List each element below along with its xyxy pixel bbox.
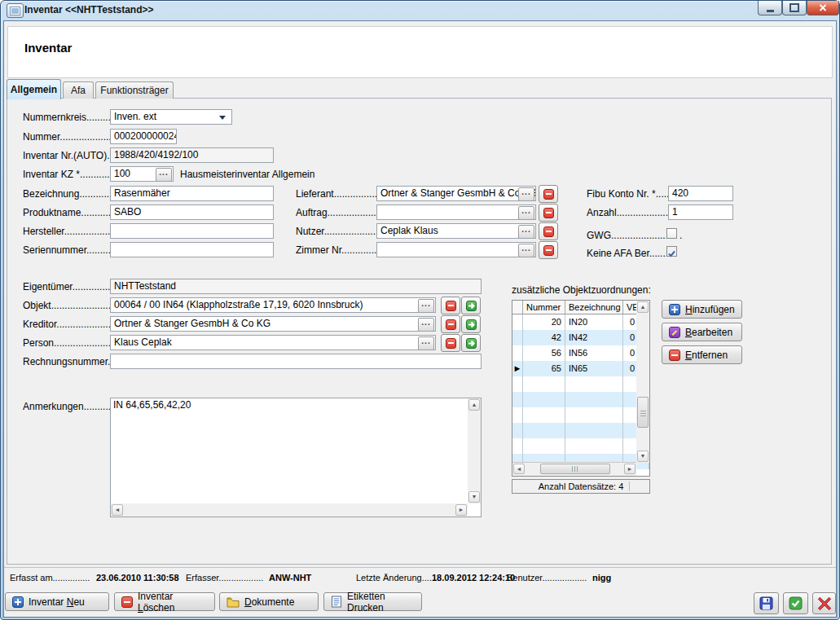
lieferant-field[interactable]: Ortner & Stanger GesmbH & Co KG E... [376, 186, 536, 201]
table-row[interactable]: 42IN420 [512, 330, 649, 345]
table-row[interactable]: 56IN560 [512, 345, 649, 361]
maximize-button[interactable] [782, 1, 807, 15]
minus-icon [446, 301, 456, 311]
scrollbar-thumb[interactable] [540, 464, 610, 474]
vertical-scrollbar[interactable]: ▲ ▼ [468, 398, 481, 503]
produktname-field[interactable]: SABO [110, 204, 274, 220]
inventar-kz-browse-button[interactable]: ... [156, 168, 172, 182]
seriennummer-field[interactable] [110, 242, 274, 257]
scroll-right-button[interactable]: ► [455, 504, 467, 516]
scroll-up-button[interactable]: ▲ [468, 399, 480, 411]
lieferant-remove-button[interactable] [539, 185, 558, 203]
anmerkungen-field[interactable]: IN 64,65,56,42,20 ▲ ▼ ◄ ► [110, 398, 482, 517]
close-button[interactable] [807, 1, 839, 15]
eigentuemer-field: NHTTeststand [110, 279, 482, 294]
column-header-marker [512, 301, 523, 314]
scroll-down-button[interactable]: ▼ [468, 491, 480, 503]
produktname-label: Produktname............ [23, 207, 113, 218]
person-remove-button[interactable] [441, 334, 460, 352]
anmerkungen-value: IN 64,65,56,42,20 [113, 399, 466, 411]
inventar-neu-button[interactable]: Inventar Neu [5, 592, 109, 611]
auftrag-browse-button[interactable]: ... [518, 206, 534, 220]
anzahl-field[interactable]: 1 [668, 204, 733, 220]
tab-allgemein[interactable]: Allgemein [7, 79, 61, 99]
kreditor-remove-button[interactable] [441, 315, 460, 333]
objektzuordnungen-table[interactable]: Nummer Bezeichnung VEH 20IN200 42IN420 5… [512, 300, 650, 477]
column-header-nummer[interactable]: Nummer [523, 301, 565, 314]
person-browse-button[interactable]: ... [418, 336, 434, 350]
arrow-right-icon [466, 319, 477, 330]
kreditor-label: Kreditor.................... [23, 319, 111, 330]
table-vertical-scrollbar[interactable]: ▲ ▼ [636, 301, 649, 463]
bearbeiten-button[interactable]: Bearbeiten [662, 323, 742, 341]
eigentuemer-label: Eigentümer............... [23, 281, 113, 292]
table-horizontal-scrollbar[interactable]: ◄ ► [512, 462, 636, 476]
person-open-button[interactable] [461, 334, 481, 352]
horizontal-scrollbar[interactable]: ◄ ► [111, 503, 468, 517]
scroll-right-button[interactable]: ► [624, 464, 635, 474]
table-row-selected[interactable]: ►65IN650 [512, 361, 649, 376]
nummer-field[interactable]: 000200000024 [110, 129, 177, 144]
bezeichnung-field[interactable]: Rasenmäher [110, 186, 274, 201]
close-icon [819, 4, 827, 11]
cancel-button[interactable] [812, 592, 836, 614]
cell-bezeichnung: IN42 [565, 330, 623, 345]
scroll-left-button[interactable]: ◄ [513, 464, 525, 474]
nutzer-field[interactable]: Ceplak Klaus... [376, 223, 536, 239]
bezeichnung-label: Bezeichnung............ [23, 188, 112, 200]
scroll-up-button[interactable]: ▲ [637, 301, 649, 313]
objekt-field[interactable]: 00064 / 00 IN64 (Klappholzstraße 17,19, … [110, 297, 436, 313]
scrollbar-thumb[interactable] [637, 397, 649, 428]
auftrag-field[interactable]: ... [376, 204, 536, 220]
kreditor-open-button[interactable] [461, 315, 481, 333]
keine-afa-checkbox[interactable] [666, 246, 677, 257]
hinzufuegen-button[interactable]: Hinzufügen [662, 300, 742, 319]
minimize-button[interactable] [758, 1, 782, 15]
lieferant-browse-button[interactable]: ... [518, 187, 534, 201]
application-window: Inventar <<NHTTeststand>> Inventar Allge… [0, 0, 840, 620]
objekt-open-button[interactable] [461, 297, 481, 314]
kreditor-browse-button[interactable]: ... [418, 318, 434, 332]
zimmer-nr-browse-button[interactable]: ... [518, 244, 534, 257]
erfasst-am-label: Erfasst am............... [10, 573, 90, 583]
scroll-left-button[interactable]: ◄ [112, 504, 123, 516]
window-title: Inventar <<NHTTeststand>> [24, 4, 154, 15]
scroll-down-button[interactable]: ▼ [637, 451, 649, 462]
nutzer-browse-button[interactable]: ... [518, 225, 534, 239]
rechnungsnummer-field[interactable] [110, 354, 482, 369]
system-menu-button[interactable] [7, 3, 24, 18]
lieferant-value: Ortner & Stanger GesmbH & Co KG E [380, 187, 536, 199]
table-row[interactable]: 20IN200 [512, 314, 649, 330]
arrow-right-icon [466, 301, 477, 311]
gwg-checkbox[interactable] [666, 228, 677, 239]
keine-afa-label: Keine AFA Ber......... [587, 248, 674, 259]
lieferant-label: Lieferant................... [296, 188, 385, 200]
hinzufuegen-label: Hinzufügen [685, 304, 735, 315]
save-button[interactable] [754, 592, 779, 614]
zimmer-nr-remove-button[interactable] [539, 241, 558, 259]
fibu-konto-field[interactable]: 420 [668, 186, 733, 201]
inventar-kz-field[interactable]: 100... [110, 166, 174, 182]
document-icon [331, 596, 342, 608]
dokumente-button[interactable]: Dokumente [219, 592, 319, 611]
ok-button[interactable] [783, 592, 808, 614]
nummernkreis-dropdown[interactable]: Inven. ext [110, 109, 232, 125]
tab-afa[interactable]: Afa [63, 81, 94, 99]
column-header-bezeichnung[interactable]: Bezeichnung [565, 301, 623, 314]
nutzer-remove-button[interactable] [539, 222, 558, 240]
gwg-label: GWG........................ [587, 230, 676, 241]
inventar-loeschen-button[interactable]: Inventar Löschen [114, 592, 215, 611]
tab-funktionstraeger[interactable]: Funktionsträger [95, 81, 174, 99]
auftrag-remove-button[interactable] [539, 204, 558, 222]
table-empty-row [512, 376, 649, 392]
etiketten-drucken-button[interactable]: Etiketten Drucken [323, 592, 422, 611]
person-field[interactable]: Klaus Ceplak... [110, 335, 436, 350]
zimmer-nr-field[interactable]: ... [376, 242, 536, 257]
entfernen-button[interactable]: Entfernen [662, 345, 742, 364]
objekt-browse-button[interactable]: ... [418, 299, 434, 313]
kreditor-field[interactable]: Ortner & Stanger GesmbH & Co KG... [110, 316, 436, 332]
erfasser-label: Erfasser.................. [186, 573, 263, 583]
objekt-remove-button[interactable] [441, 297, 460, 314]
dokumente-label: Dokumente [244, 596, 294, 608]
hersteller-field[interactable] [110, 223, 274, 239]
